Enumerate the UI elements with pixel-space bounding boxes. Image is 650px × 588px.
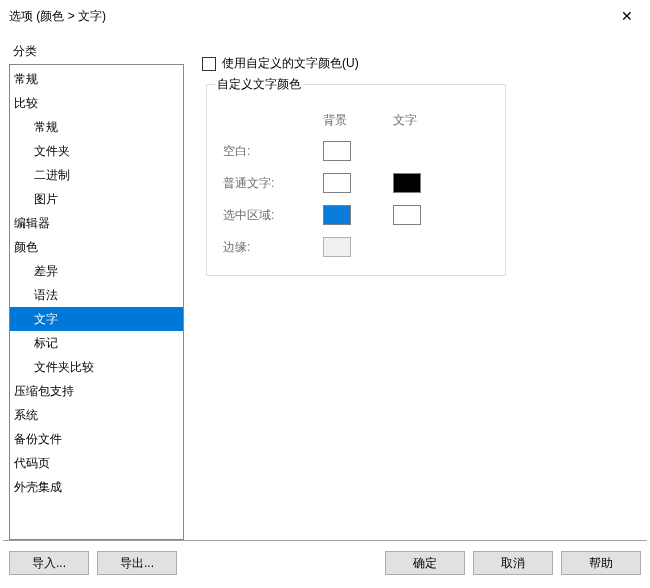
tree-item[interactable]: 文字 <box>10 307 183 331</box>
tree-item[interactable]: 代码页 <box>10 451 183 475</box>
tree-item[interactable]: 外壳集成 <box>10 475 183 499</box>
options-dialog: 选项 (颜色 > 文字) ✕ 分类 常规比较常规文件夹二进制图片编辑器颜色差异语… <box>0 0 650 588</box>
use-custom-colors-checkbox[interactable]: 使用自定义的文字颜色(U) <box>202 55 629 72</box>
footer: 导入... 导出... 确定 取消 帮助 <box>1 541 649 587</box>
tree-item[interactable]: 常规 <box>10 67 183 91</box>
tree-item[interactable]: 颜色 <box>10 235 183 259</box>
category-tree[interactable]: 常规比较常规文件夹二进制图片编辑器颜色差异语法文字标记文件夹比较压缩包支持系统备… <box>9 64 184 540</box>
tree-item[interactable]: 图片 <box>10 187 183 211</box>
tree-item[interactable]: 文件夹 <box>10 139 183 163</box>
group-title: 自定义文字颜色 <box>215 76 303 93</box>
sidebar-header: 分类 <box>9 39 184 64</box>
tree-item[interactable]: 备份文件 <box>10 427 183 451</box>
tree-item[interactable]: 常规 <box>10 115 183 139</box>
color-grid: 背景 文字 空白:普通文字:选中区域:边缘: <box>223 112 489 257</box>
color-row-label: 边缘: <box>223 239 323 256</box>
tree-item[interactable]: 编辑器 <box>10 211 183 235</box>
dialog-body: 分类 常规比较常规文件夹二进制图片编辑器颜色差异语法文字标记文件夹比较压缩包支持… <box>1 31 649 540</box>
color-row-label: 普通文字: <box>223 175 323 192</box>
tree-item[interactable]: 压缩包支持 <box>10 379 183 403</box>
titlebar: 选项 (颜色 > 文字) ✕ <box>1 1 649 31</box>
import-button[interactable]: 导入... <box>9 551 89 575</box>
color-row-label: 选中区域: <box>223 207 323 224</box>
tree-item[interactable]: 标记 <box>10 331 183 355</box>
tree-item[interactable]: 语法 <box>10 283 183 307</box>
color-swatch-bg[interactable] <box>323 173 351 193</box>
color-row-label: 空白: <box>223 143 323 160</box>
content-pane: 使用自定义的文字颜色(U) 自定义文字颜色 背景 文字 空白:普通文字:选中区域… <box>200 39 641 540</box>
tree-item[interactable]: 比较 <box>10 91 183 115</box>
custom-colors-group: 自定义文字颜色 背景 文字 空白:普通文字:选中区域:边缘: <box>206 84 506 276</box>
ok-button[interactable]: 确定 <box>385 551 465 575</box>
tree-item[interactable]: 二进制 <box>10 163 183 187</box>
tree-item[interactable]: 文件夹比较 <box>10 355 183 379</box>
window-title: 选项 (颜色 > 文字) <box>9 8 604 25</box>
color-swatch-bg[interactable] <box>323 237 351 257</box>
color-swatch-fg[interactable] <box>393 173 421 193</box>
help-button[interactable]: 帮助 <box>561 551 641 575</box>
close-icon[interactable]: ✕ <box>604 1 649 31</box>
tree-item[interactable]: 系统 <box>10 403 183 427</box>
color-swatch-bg[interactable] <box>323 205 351 225</box>
color-swatch-bg[interactable] <box>323 141 351 161</box>
header-text: 文字 <box>393 112 453 129</box>
checkbox-label: 使用自定义的文字颜色(U) <box>222 55 359 72</box>
tree-item[interactable]: 差异 <box>10 259 183 283</box>
checkbox-icon <box>202 57 216 71</box>
cancel-button[interactable]: 取消 <box>473 551 553 575</box>
header-background: 背景 <box>323 112 393 129</box>
color-swatch-fg[interactable] <box>393 205 421 225</box>
export-button[interactable]: 导出... <box>97 551 177 575</box>
sidebar: 分类 常规比较常规文件夹二进制图片编辑器颜色差异语法文字标记文件夹比较压缩包支持… <box>9 39 184 540</box>
